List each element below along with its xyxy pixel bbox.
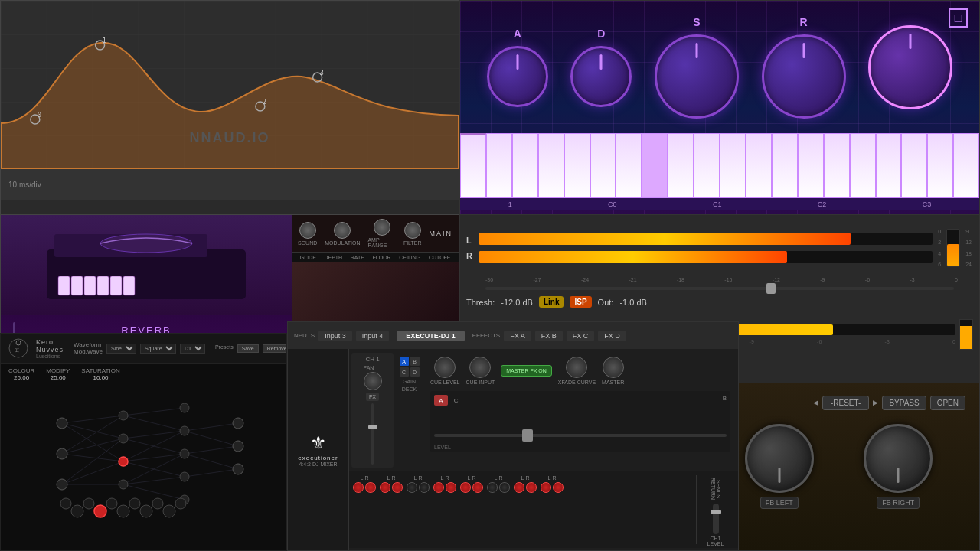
sustain-knob[interactable] <box>655 34 739 119</box>
master-knob[interactable] <box>603 357 624 378</box>
right-scale-2: 12 <box>965 240 972 245</box>
fx-c-label: FX C <box>567 331 595 341</box>
presets-label: Presets <box>215 344 234 353</box>
svg-line-50 <box>185 423 238 431</box>
key-label-c0: C0 <box>608 201 617 208</box>
open-button[interactable]: OPEN <box>930 396 965 410</box>
svg-point-59 <box>119 434 128 443</box>
svg-point-74 <box>140 505 152 517</box>
ab-btn-b[interactable]: B <box>410 357 420 366</box>
ab-btn-a[interactable]: A <box>400 357 409 366</box>
lr-knob-2r[interactable] <box>392 482 403 493</box>
svg-line-34 <box>62 416 123 454</box>
svg-line-41 <box>123 416 185 431</box>
release-knob[interactable] <box>762 34 846 119</box>
fb-left-knob[interactable] <box>745 424 814 493</box>
cue-level-knob[interactable] <box>434 357 456 378</box>
svg-rect-13 <box>71 276 83 295</box>
lr-knob-2l[interactable] <box>380 482 390 493</box>
svg-point-75 <box>163 505 175 517</box>
attack-knob[interactable] <box>487 46 548 107</box>
lr-knob-1l[interactable] <box>353 482 364 493</box>
reset-button[interactable]: -RESET- <box>822 396 869 410</box>
lr-knob-5r[interactable] <box>472 482 483 493</box>
envelope-canvas[interactable]: 0 1 2 3 NNAUD.IO <box>1 1 459 169</box>
right-scale-1: 9 <box>965 229 972 234</box>
s2-scale-7: -3 <box>885 339 890 344</box>
rate-label: RATE <box>351 255 364 260</box>
fb-right-knob[interactable] <box>864 424 933 493</box>
envelope-editor-panel: 0 1 2 3 NNAUD.IO 10 ms/div <box>0 0 459 214</box>
db-scale-neg30: -30 <box>485 277 493 282</box>
lr-knob-7r[interactable] <box>526 482 537 493</box>
lr-knob-3l[interactable] <box>407 482 417 493</box>
svg-line-38 <box>62 461 123 484</box>
threshold-value: -12.0 dB <box>501 298 533 307</box>
db-scale-neg24: -24 <box>581 277 589 282</box>
left-channel-label: L <box>466 236 472 245</box>
lr-knob-6r[interactable] <box>499 482 510 493</box>
filter-label: FILTER <box>403 240 422 246</box>
ab-btn-d[interactable]: D <box>410 367 420 377</box>
svg-text:3: 3 <box>320 69 324 77</box>
type-select[interactable]: Sine <box>106 344 136 354</box>
remove-button[interactable]: Remove <box>263 344 287 353</box>
svg-point-64 <box>180 449 189 458</box>
decay-knob[interactable] <box>570 46 632 107</box>
svg-point-71 <box>71 505 83 517</box>
fb-right-item: FB RIGHT <box>864 424 933 509</box>
db-scale-neg9: -9 <box>820 277 825 282</box>
svg-line-44 <box>123 431 185 461</box>
svg-rect-17 <box>123 276 135 295</box>
svg-text:2: 2 <box>263 98 266 106</box>
isp-button[interactable]: ISP <box>570 296 591 308</box>
lr-knob-8l[interactable] <box>541 482 551 493</box>
threshold-text: Thresh: <box>466 298 495 307</box>
s2-scale-5: -9 <box>750 339 754 344</box>
svg-rect-14 <box>84 276 96 295</box>
fx-a-label: FX A <box>504 331 531 341</box>
svg-point-72 <box>94 505 106 517</box>
lr-knob-3r[interactable] <box>419 482 430 493</box>
pan-knob-ch1[interactable] <box>364 372 382 390</box>
svg-line-52 <box>185 446 238 454</box>
execute-eagle-icon: ⚜ <box>310 434 327 452</box>
second-vert-bar <box>960 326 972 349</box>
lr-knob-1r[interactable] <box>365 482 376 493</box>
save-button[interactable]: Save <box>237 344 259 353</box>
master-fx-button[interactable]: MASTER FX ON <box>501 365 552 377</box>
a-button[interactable]: A <box>434 395 448 406</box>
xfade-knob[interactable] <box>566 357 587 378</box>
saturation-param-val: 10.00 <box>93 374 109 381</box>
link-button[interactable]: Link <box>539 296 564 308</box>
d1-select[interactable]: D1 <box>180 344 205 354</box>
lr-knob-6l[interactable] <box>487 482 498 493</box>
extra-knob[interactable] <box>868 25 952 109</box>
svg-point-78 <box>106 498 117 509</box>
comp-slider-thumb[interactable] <box>766 283 776 294</box>
bypass-button[interactable]: BYPASS <box>882 396 926 410</box>
main-fader[interactable] <box>522 429 533 442</box>
lr-knob-8r[interactable] <box>553 482 564 493</box>
key-label-c2: C2 <box>818 201 827 208</box>
fx-btn-ch1[interactable]: FX <box>366 393 379 401</box>
threshold-row: Thresh: -12.0 dB Link ISP Out: -1.0 dB <box>466 292 973 311</box>
decay-label: D <box>597 28 605 40</box>
mod-select[interactable]: Square <box>140 344 176 354</box>
cue-input-knob[interactable] <box>469 357 491 378</box>
fader-ch1[interactable] <box>368 425 377 429</box>
lr-knob-7l[interactable] <box>514 482 524 493</box>
ab-btn-c[interactable]: C <box>400 367 409 377</box>
watermark: NNAUD.IO <box>190 130 270 146</box>
right-channel-label: R <box>466 251 472 260</box>
cue-input-label: CUE INPUT <box>466 380 495 385</box>
deck-label: DECK <box>402 386 416 392</box>
svg-point-68 <box>233 441 243 452</box>
svg-point-77 <box>83 498 94 509</box>
sends-fader[interactable] <box>710 510 721 514</box>
scale-6: 6 <box>938 262 941 267</box>
release-label: R <box>800 16 808 28</box>
lr-knob-5l[interactable] <box>460 482 471 493</box>
lr-knob-4l[interactable] <box>433 482 444 493</box>
lr-knob-4r[interactable] <box>446 482 456 493</box>
